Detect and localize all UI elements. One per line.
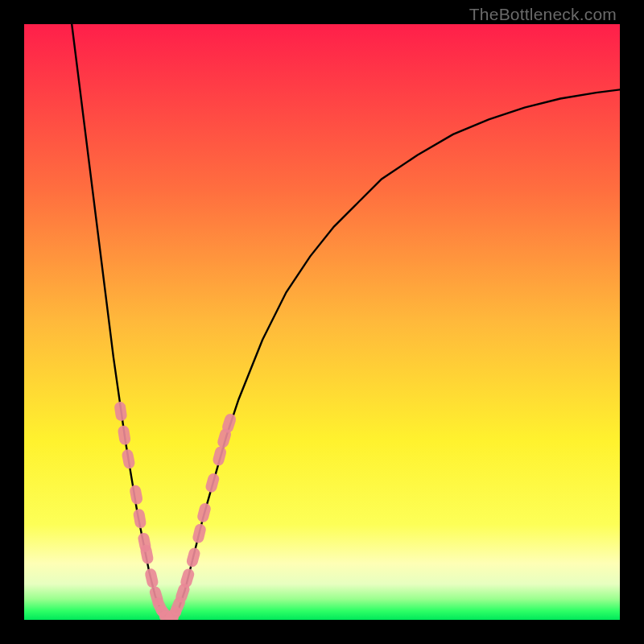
marker-pill bbox=[129, 485, 143, 506]
marker-pill bbox=[212, 445, 228, 467]
bottleneck-curve bbox=[72, 24, 620, 617]
marker-pill bbox=[139, 543, 154, 564]
curve-layer bbox=[24, 24, 620, 620]
marker-pill bbox=[121, 448, 135, 469]
marker-pill bbox=[117, 425, 131, 446]
marker-pill bbox=[133, 508, 147, 529]
marker-pill bbox=[144, 568, 159, 589]
chart-frame: TheBottleneck.com bbox=[0, 0, 644, 644]
watermark-text: TheBottleneck.com bbox=[469, 5, 617, 24]
plot-area bbox=[24, 24, 620, 620]
marker-pill bbox=[204, 472, 221, 493]
marker-pill bbox=[196, 502, 213, 523]
marker-pill bbox=[192, 522, 207, 544]
sample-markers bbox=[114, 401, 237, 620]
marker-pill bbox=[114, 401, 127, 422]
marker-pill bbox=[185, 547, 201, 568]
